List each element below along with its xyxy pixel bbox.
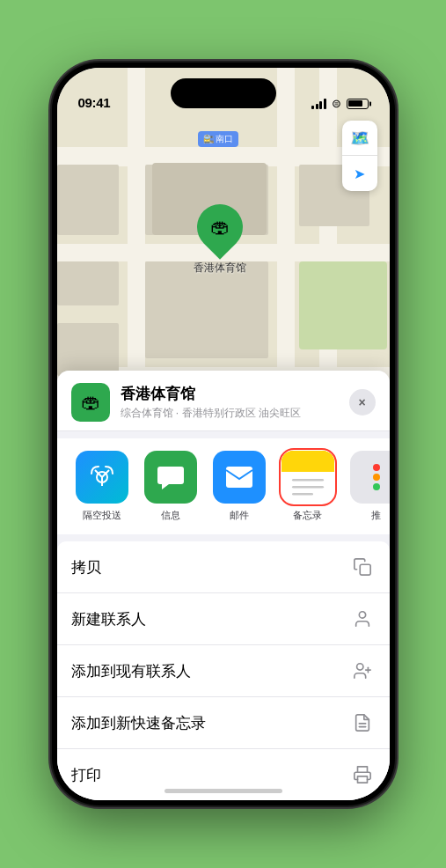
phone-frame: 09:41 ⊜ (52, 63, 395, 805)
svg-rect-8 (292, 486, 324, 489)
action-add-contact[interactable]: 添加到现有联系人 (57, 645, 390, 697)
battery-icon (347, 99, 369, 109)
mail-label: 邮件 (230, 509, 249, 522)
dynamic-island (171, 78, 276, 108)
close-button[interactable]: × (349, 389, 376, 416)
venue-title: 香港体育馆 (121, 384, 339, 404)
svg-rect-10 (360, 564, 370, 575)
pin-venue-icon: 🏟 (210, 216, 230, 239)
action-add-contact-label: 添加到现有联系人 (71, 661, 191, 681)
bottom-sheet: 🏟 香港体育馆 综合体育馆 · 香港特别行政区 油尖旺区 × (57, 371, 390, 800)
svg-rect-9 (292, 493, 313, 496)
print-icon (349, 761, 376, 788)
home-indicator (165, 789, 282, 793)
dot-orange (373, 474, 380, 481)
messages-icon-wrap (144, 451, 197, 504)
signal-bar-4 (324, 99, 326, 109)
share-row: 隔空投送 信息 (57, 438, 390, 534)
block6 (57, 323, 119, 376)
share-item-mail[interactable]: 邮件 (208, 451, 270, 522)
more-label: 推 (371, 509, 381, 522)
messages-label: 信息 (161, 509, 180, 522)
status-icons: ⊜ (311, 97, 369, 110)
signal-bar-1 (311, 106, 314, 109)
venue-subtitle: 综合体育馆 · 香港特别行政区 油尖旺区 (121, 406, 339, 421)
svg-rect-7 (292, 479, 324, 482)
signal-bar-3 (319, 101, 322, 109)
new-contact-icon (349, 606, 376, 632)
block5 (57, 261, 119, 305)
map-controls[interactable]: 🗺️ ➤ (342, 121, 377, 191)
svg-rect-1 (226, 467, 252, 488)
phone-screen: 09:41 ⊜ (57, 68, 390, 800)
status-time: 09:41 (78, 95, 111, 110)
action-quick-note-label: 添加到新快速备忘录 (71, 713, 206, 733)
mail-icon (224, 465, 254, 489)
action-copy-label: 拷贝 (71, 557, 101, 577)
green-area1 (299, 261, 387, 349)
mail-icon-wrap (213, 451, 266, 504)
quick-note-icon (349, 710, 376, 736)
notes-icon-wrap (281, 451, 334, 504)
messages-icon (156, 462, 186, 492)
block4 (57, 165, 119, 235)
airdrop-label: 隔空投送 (83, 509, 121, 522)
battery-fill (348, 100, 362, 107)
share-item-more[interactable]: 推 (346, 451, 390, 522)
share-item-messages[interactable]: 信息 (140, 451, 201, 522)
action-quick-note[interactable]: 添加到新快速备忘录 (57, 697, 390, 749)
map-label-text: 南口 (216, 134, 233, 143)
notes-label: 备忘录 (293, 509, 322, 522)
action-new-contact[interactable]: 新建联系人 (57, 593, 390, 645)
svg-point-11 (359, 612, 365, 618)
airdrop-icon (88, 463, 116, 491)
action-new-contact-label: 新建联系人 (71, 609, 146, 629)
venue-avatar-icon: 🏟 (81, 391, 100, 414)
signal-bar-2 (316, 104, 318, 109)
wifi-icon: ⊜ (332, 97, 341, 110)
action-list: 拷贝 新建联系人 (57, 541, 390, 800)
more-dots-icon (373, 464, 380, 490)
copy-icon (349, 554, 376, 580)
sheet-header: 🏟 香港体育馆 综合体育馆 · 香港特别行政区 油尖旺区 × (57, 371, 390, 431)
dot-red (373, 464, 380, 471)
venue-map-label: 香港体育馆 (194, 261, 246, 276)
notes-icon (281, 451, 334, 504)
map-label-prefix: 🚉 (203, 134, 216, 143)
svg-rect-17 (357, 776, 367, 783)
svg-rect-4 (281, 463, 334, 472)
share-item-notes[interactable]: 备忘录 (277, 451, 339, 522)
add-contact-icon (349, 658, 376, 684)
map-label-nankou: 🚉 南口 (198, 131, 239, 147)
action-print-label: 打印 (71, 765, 101, 785)
venue-pin: 🏟 香港体育馆 (194, 204, 246, 276)
svg-point-12 (356, 664, 362, 670)
more-icon-wrap (350, 451, 390, 504)
dot-green (373, 483, 380, 490)
airdrop-icon-wrap (76, 451, 128, 504)
venue-info: 香港体育馆 综合体育馆 · 香港特别行政区 油尖旺区 (121, 384, 339, 421)
share-item-airdrop[interactable]: 隔空投送 (71, 451, 133, 522)
block2 (145, 261, 268, 358)
action-copy[interactable]: 拷贝 (57, 541, 390, 593)
signal-bars-icon (311, 99, 326, 109)
location-button[interactable]: ➤ (342, 156, 377, 191)
pin-circle: 🏟 (187, 195, 252, 260)
map-type-button[interactable]: 🗺️ (342, 121, 377, 156)
venue-avatar: 🏟 (71, 383, 110, 422)
